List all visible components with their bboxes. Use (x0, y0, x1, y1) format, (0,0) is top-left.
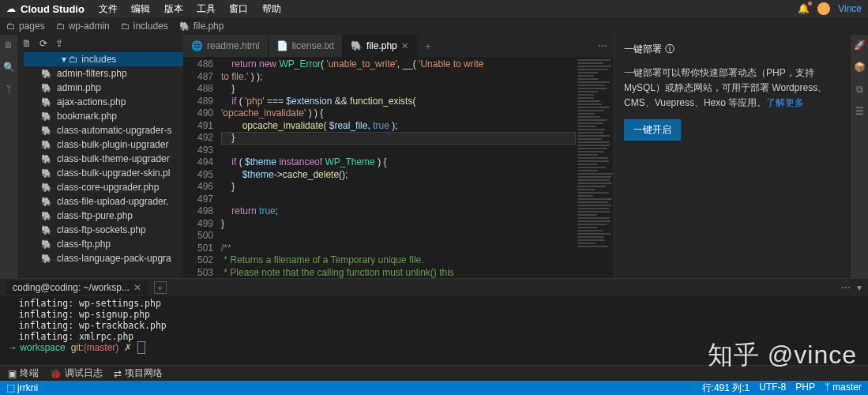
right-panel: 一键部署 ⓘ 一键部署可以帮你快速部署动态（PHP，支持 MySQL）或静态网站… (614, 35, 851, 278)
tree-file[interactable]: 🐘class-bulk-theme-upgrader (24, 152, 183, 166)
tab-active[interactable]: 🐘file.php✕ (343, 35, 417, 57)
tree-file[interactable]: 🐘class-bulk-plugin-upgrader (24, 137, 183, 152)
crumb[interactable]: 🗀 wp-admin (56, 21, 110, 32)
crumb[interactable]: 🗀 pages (6, 21, 45, 32)
php-icon: 🐘 (41, 225, 52, 235)
help-icon[interactable]: ⓘ (665, 43, 674, 56)
avatar[interactable] (817, 2, 830, 15)
status-cursor[interactable]: 行:491 列:1 (702, 382, 750, 395)
username[interactable]: Vince (838, 3, 862, 14)
brand-name: Cloud Studio (21, 3, 85, 15)
activity-bar: 🗎 🔍 ᛘ (0, 35, 17, 278)
popout-icon[interactable]: ⧉ (856, 84, 863, 95)
breadcrumbs: 🗀 pages 🗀 wp-admin 🗀 includes 🐘 file.php (0, 17, 868, 35)
tree-file[interactable]: 🐘ajax-actions.php (24, 95, 183, 109)
crumb[interactable]: 🗀 includes (121, 21, 168, 32)
php-icon: 🐘 (41, 254, 52, 264)
deploy-button[interactable]: 一键开启 (624, 119, 681, 141)
php-icon: 🐘 (41, 83, 52, 93)
php-icon: 🐘 (41, 97, 52, 107)
titlebar: ☁ Cloud Studio 文件 编辑 版本 工具 窗口 帮助 🔔 Vince (0, 0, 868, 17)
close-icon[interactable]: ✕ (133, 282, 141, 293)
panel-title: 一键部署 ⓘ (624, 43, 841, 56)
learn-more-link[interactable]: 了解更多 (766, 97, 804, 108)
tab[interactable]: 🌐readme.html (183, 35, 269, 57)
tree-file[interactable]: 🐘admin-filters.php (24, 66, 183, 81)
tree-file[interactable]: 🐘class-automatic-upgrader-s (24, 123, 183, 137)
menu-version[interactable]: 版本 (164, 3, 183, 14)
bell-icon[interactable]: 🔔 (798, 3, 810, 14)
tree-file[interactable]: 🐘class-core-upgrader.php (24, 180, 183, 194)
php-icon: 🐘 (41, 239, 52, 250)
code[interactable]: return new WP_Error( 'unable_to_write', … (221, 57, 576, 278)
php-icon: 🐘 (41, 111, 52, 122)
sidebar-toolbar: 🗎 ⟳ ⇪ (17, 35, 183, 52)
tree-file[interactable]: 🐘bookmark.php (24, 109, 183, 123)
minimap[interactable] (576, 57, 614, 278)
status-icon[interactable]: ⬚ (6, 382, 15, 393)
status-left[interactable]: jrrkni (17, 382, 38, 393)
explorer-icon[interactable]: 🗎 (4, 40, 13, 51)
tab-network[interactable]: ⇄ 项目网络 (114, 367, 163, 380)
php-icon: 🐘 (41, 168, 52, 179)
more-icon[interactable]: ⋯ (841, 282, 851, 293)
tab[interactable]: 📄license.txt (269, 35, 343, 57)
menu-window[interactable]: 窗口 (229, 3, 248, 14)
tree-file[interactable]: 🐘class-ftp-pure.php (24, 209, 183, 223)
cloud-icon: ☁ (6, 3, 16, 14)
terminal-panel: coding@coding: ~/worksp...✕ ＋ ⋯▾ inflati… (0, 278, 868, 365)
menubar: 文件 编辑 版本 工具 窗口 帮助 (99, 2, 292, 16)
tree-file[interactable]: 🐘class-ftp-sockets.php (24, 223, 183, 237)
status-bar: ⬚ jrrkni 行:491 列:1 UTF-8 PHP ᛘ master (0, 381, 868, 395)
package-icon[interactable]: 📦 (854, 62, 866, 73)
rocket-icon[interactable]: 🚀 (854, 40, 866, 51)
status-encoding[interactable]: UTF-8 (759, 382, 786, 395)
tree-file[interactable]: 🐘class-language-pack-upgra (24, 251, 183, 265)
gutter: 486 487 488 489 490 491 492 493 494 495 … (183, 57, 221, 278)
tab-debug-log[interactable]: 🐞 调试日志 (50, 367, 103, 380)
tree-folder[interactable]: ▾ 🗀 includes (24, 52, 183, 66)
more-icon[interactable]: ⋯ (592, 40, 614, 51)
php-icon: 🐘 (41, 154, 52, 164)
tab-terminal[interactable]: ▣ 终端 (8, 367, 39, 380)
search-icon[interactable]: 🔍 (3, 62, 15, 73)
tree-file[interactable]: 🐘class-ftp.php (24, 237, 183, 251)
status-lang[interactable]: PHP (795, 382, 815, 395)
sidebar: 🗎 ⟳ ⇪ ▾ 🗀 includes 🐘admin-filters.php🐘ad… (17, 35, 183, 278)
tab-add-icon[interactable]: ＋ (417, 40, 439, 53)
php-icon: 🐘 (41, 182, 52, 193)
editor-tabs: 🌐readme.html 📄license.txt 🐘file.php✕ ＋ ⋯ (183, 35, 614, 57)
tree-file[interactable]: 🐘class-bulk-upgrader-skin.pl (24, 166, 183, 180)
editor[interactable]: 486 487 488 489 490 491 492 493 494 495 … (183, 57, 614, 278)
bottom-bar: ▣ 终端 🐞 调试日志 ⇄ 项目网络 (0, 365, 868, 381)
editor-area: 🌐readme.html 📄license.txt 🐘file.php✕ ＋ ⋯… (183, 35, 614, 278)
tree-file[interactable]: 🐘class-file-upload-upgrader. (24, 194, 183, 209)
new-file-icon[interactable]: 🗎 (22, 38, 32, 49)
php-icon: 🐘 (41, 126, 52, 136)
php-icon: 🐘 (41, 197, 52, 207)
php-icon: 🐘 (41, 140, 52, 150)
refresh-icon[interactable]: ⟳ (39, 38, 47, 49)
file-tree: ▾ 🗀 includes 🐘admin-filters.php🐘admin.ph… (17, 52, 183, 278)
panel-body: 一键部署可以帮你快速部署动态（PHP，支持 MySQL）或静态网站，可用于部署 … (624, 66, 841, 111)
menu-tools[interactable]: 工具 (197, 3, 216, 14)
tree-file[interactable]: 🐘admin.php (24, 81, 183, 95)
branch-icon[interactable]: ᛘ (6, 84, 12, 95)
upload-icon[interactable]: ⇪ (55, 38, 63, 49)
menu-edit[interactable]: 编辑 (131, 3, 150, 14)
close-icon[interactable]: ✕ (401, 41, 408, 51)
terminal-output[interactable]: inflating: wp-settings.php inflating: wp… (0, 296, 868, 365)
menu-help[interactable]: 帮助 (262, 3, 281, 14)
terminal-tabs: coding@coding: ~/worksp...✕ ＋ ⋯▾ (0, 279, 868, 296)
menu-file[interactable]: 文件 (99, 3, 118, 14)
chevron-down-icon[interactable]: ▾ (857, 282, 862, 293)
list-icon[interactable]: ☰ (855, 106, 864, 117)
php-icon: 🐘 (41, 69, 52, 79)
php-icon: 🐘 (41, 211, 52, 221)
right-toolbar: 🚀 📦 ⧉ ☰ (851, 35, 868, 278)
terminal-add-icon[interactable]: ＋ (154, 281, 167, 294)
terminal-tab[interactable]: coding@coding: ~/worksp...✕ (6, 280, 148, 295)
status-branch[interactable]: ᛘ master (825, 382, 862, 395)
crumb[interactable]: 🐘 file.php (179, 21, 224, 32)
